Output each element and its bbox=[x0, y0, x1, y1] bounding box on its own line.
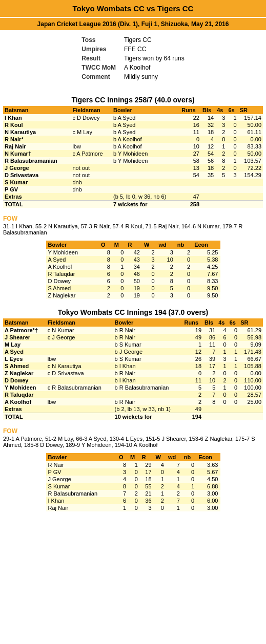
table-row: J George40181104.50 bbox=[46, 476, 220, 483]
comment-value: Mildly sunny bbox=[120, 72, 189, 81]
umpires-label: Umpires bbox=[77, 45, 120, 54]
col-bowler: Bowler bbox=[112, 106, 180, 114]
bowl-col-r: R bbox=[126, 241, 142, 249]
tigers-innings-section: Tigers CC Innings 258/7 (40.0 overs) Bat… bbox=[3, 92, 263, 208]
bowl-col-name: Bowler bbox=[46, 453, 117, 461]
col-batsman: Batsman bbox=[3, 106, 71, 114]
table-row: R Balasubramanianb Y Mohideen585681103.5… bbox=[3, 157, 263, 164]
col-fieldsman: Fieldsman bbox=[46, 318, 113, 327]
table-row: J Georgenot out13182072.22 bbox=[3, 164, 263, 171]
table-row: S Ahmedc N Karautiyab I Khan181711105.88 bbox=[3, 362, 263, 370]
col-batsman: Batsman bbox=[3, 318, 46, 327]
bowl-col-o: O bbox=[99, 241, 112, 249]
table-row: A Koolhof81342224.25 bbox=[46, 263, 220, 270]
main-title: Tokyo Wombats CC vs Tigers CC bbox=[0, 0, 266, 17]
table-row: A Syedb J George12711171.43 bbox=[3, 348, 263, 355]
table-row: R Taluqdar60460207.67 bbox=[46, 270, 220, 277]
table-row: Y Mohideen80422325.25 bbox=[46, 249, 220, 256]
tigers-fow-section: FOW 31-1 I Khan, 55-2 N Karautiya, 57-3 … bbox=[0, 213, 266, 238]
table-row: R Nair*b A Koolhof04000.00 bbox=[3, 136, 263, 143]
table-row: L Eyeslbwb S Kumar26393166.67 bbox=[3, 355, 263, 362]
table-row: P GVdnb bbox=[3, 186, 263, 193]
toss-value: Tigers CC bbox=[120, 35, 189, 45]
table-row: R Nair81294703.63 bbox=[46, 461, 220, 468]
table-row: Extras(b 2, lb 13, w 33, nb 1)49 bbox=[3, 405, 263, 413]
table-row: Raj Nairlbwb A Koolhof10121083.33 bbox=[3, 143, 263, 150]
table-row: Raj Nair1030103.00 bbox=[46, 504, 220, 511]
col-runs: Runs bbox=[183, 318, 203, 327]
table-row: I Khan60362706.00 bbox=[46, 497, 220, 504]
col-6s: 6s bbox=[227, 106, 238, 114]
result-value: Tigers won by 64 runs bbox=[120, 54, 189, 63]
table-row: S Kumar80552416.88 bbox=[46, 483, 220, 490]
table-row: P GV30170405.67 bbox=[46, 468, 220, 476]
bowl-col-name: Bowler bbox=[46, 241, 99, 249]
table-row: R Koulb A Syed16323050.00 bbox=[3, 121, 263, 128]
table-row: Z Naglekar20190309.50 bbox=[46, 292, 220, 299]
bowl-col-econ: Econ bbox=[196, 453, 220, 461]
table-row: R Taluqdar270028.57 bbox=[3, 391, 263, 398]
table-row: S Kumardnb bbox=[3, 179, 263, 186]
table-row: I Khanc D Doweyb A Syed221431157.14 bbox=[3, 114, 263, 121]
wombats-fow-label: FOW bbox=[3, 427, 263, 435]
table-row: N Karautiyac M Layb A Syed11182061.11 bbox=[3, 128, 263, 136]
bowl-col-w: W bbox=[142, 241, 157, 249]
col-bls: Bls bbox=[201, 106, 215, 114]
bowl-col-r: R bbox=[140, 453, 154, 461]
table-row: A Patmore*†c N Kumarb R Nair19314061.29 bbox=[3, 327, 263, 334]
col-runs: Runs bbox=[180, 106, 201, 114]
wombats-fow-text: 29-1 A Patmore, 51-2 M Lay, 66-3 A Syed,… bbox=[3, 436, 263, 448]
col-fieldsman: Fieldsman bbox=[71, 106, 112, 114]
col-6s: 6s bbox=[228, 318, 239, 327]
bowl-col-o: O bbox=[117, 453, 128, 461]
mom-label: TWCC MoM bbox=[77, 63, 120, 72]
table-row: TOTAL10 wickets for194 bbox=[3, 413, 263, 421]
col-bls: Bls bbox=[203, 318, 217, 327]
result-label: Result bbox=[77, 54, 120, 63]
table-row: M Layb S Kumar111009.09 bbox=[3, 341, 263, 348]
mom-value: A Koolhof bbox=[120, 63, 189, 72]
tigers-batting-table: Batsman Fieldsman Bowler Runs Bls 4s 6s … bbox=[3, 106, 263, 208]
bowl-col-m: M bbox=[128, 453, 140, 461]
table-row: Z Naglekarc D Srivastavab R Nair02000.00 bbox=[3, 370, 263, 377]
col-4s: 4s bbox=[215, 106, 227, 114]
tigers-innings-title: Tigers CC Innings 258/7 (40.0 overs) bbox=[3, 92, 263, 106]
col-4s: 4s bbox=[217, 318, 228, 327]
table-row: J Shearerc J Georgeb R Nair49866056.98 bbox=[3, 334, 263, 341]
table-row: N Kumar†c A Patmoreb Y Mohideen27542050.… bbox=[3, 150, 263, 157]
table-row: D Srivastavanot out543553154.29 bbox=[3, 171, 263, 179]
table-row: Extras(b 5, lb 0, w 36, nb 6)47 bbox=[3, 193, 263, 201]
sub-title: Japan Cricket League 2016 (Div. 1), Fuji… bbox=[0, 17, 266, 30]
wombats-innings-section: Tokyo Wombats CC Innings 194 (37.0 overs… bbox=[3, 304, 263, 420]
bowl-col-econ: Econ bbox=[192, 241, 220, 249]
bowl-col-m: M bbox=[112, 241, 126, 249]
table-row: S Ahmed20190509.50 bbox=[46, 285, 220, 292]
bowl-col-nb: nb bbox=[182, 453, 196, 461]
tigers-fow-label: FOW bbox=[3, 215, 263, 222]
table-row: A Syed804331005.38 bbox=[46, 256, 220, 263]
match-info-section: Toss Tigers CC Umpires FFE CC Result Tig… bbox=[0, 30, 266, 87]
col-sr: SR bbox=[239, 318, 263, 327]
bowl-col-w: W bbox=[154, 453, 166, 461]
umpires-value: FFE CC bbox=[120, 45, 189, 54]
bowl-col-wd: wd bbox=[157, 241, 175, 249]
table-row: R Balasubramanian72211203.00 bbox=[46, 490, 220, 497]
table-row: D Dowey60500808.33 bbox=[46, 277, 220, 285]
bowl-col-nb: nb bbox=[175, 241, 192, 249]
bowl-col-wd: wd bbox=[166, 453, 182, 461]
wombats-innings-title: Tokyo Wombats CC Innings 194 (37.0 overs… bbox=[3, 304, 263, 318]
col-sr: SR bbox=[238, 106, 263, 114]
toss-label: Toss bbox=[77, 35, 120, 45]
wombats-fow-section: FOW 29-1 A Patmore, 51-2 M Lay, 66-3 A S… bbox=[0, 425, 266, 450]
wombats-batting-table: Batsman Fieldsman Bowler Runs Bls 4s 6s … bbox=[3, 318, 263, 420]
wombats-bowling-table: Bowler O M R W wd nb Econ R Nair81294703… bbox=[46, 453, 220, 511]
table-row: D Doweyb I Khan111020110.00 bbox=[3, 377, 263, 384]
table-row: Y Mohideenc R Balasubramanianb R Balasub… bbox=[3, 384, 263, 391]
table-row: A Koolhoflbwb R Nair280025.00 bbox=[3, 398, 263, 405]
col-bowler: Bowler bbox=[113, 318, 183, 327]
table-row: TOTAL7 wickets for258 bbox=[3, 201, 263, 208]
comment-label: Comment bbox=[77, 72, 120, 81]
tigers-fow-text: 31-1 I Khan, 55-2 N Karautiya, 57-3 R Na… bbox=[3, 223, 263, 235]
tigers-bowling-table: Bowler O M R W wd nb Econ Y Mohideen8042… bbox=[46, 241, 220, 299]
